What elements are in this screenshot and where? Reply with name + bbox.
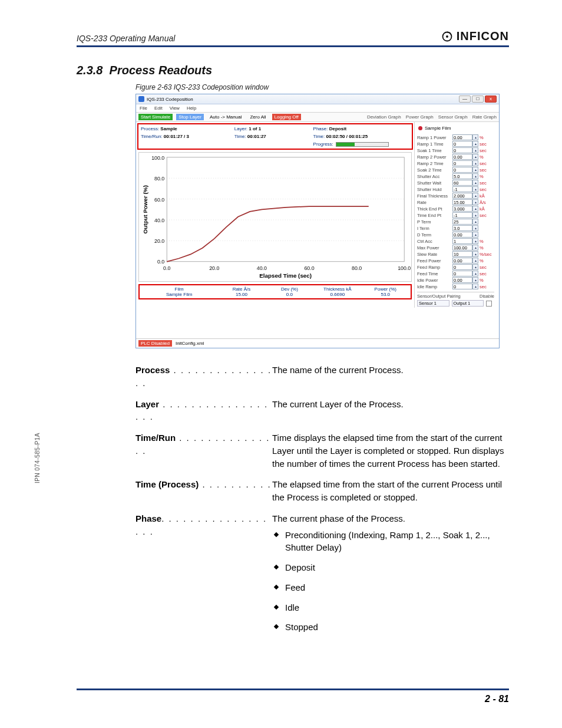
window-close-button[interactable]: x: [485, 95, 497, 103]
spinner-icon[interactable]: ▴: [472, 160, 478, 166]
spinner-icon[interactable]: ▴: [472, 167, 478, 173]
param-input[interactable]: [452, 193, 472, 199]
window-minimize-button[interactable]: —: [459, 95, 471, 103]
param-label: Ramp 1 Power: [417, 135, 452, 140]
process-info-panel: Process: Sample Layer: 1 of 1 Phase: Dep…: [137, 123, 413, 150]
label-process: Process:: [141, 126, 159, 131]
menu-help[interactable]: Help: [187, 106, 196, 111]
param-input[interactable]: [452, 199, 472, 205]
legend-label: Sample Film: [425, 126, 451, 131]
param-label: D Term: [417, 232, 452, 238]
param-input[interactable]: [452, 147, 472, 153]
pairing-output-cell[interactable]: Output 1: [452, 300, 484, 307]
film-value-film: Sample Film: [141, 292, 217, 297]
definitions-list: Process . . . . . . . . . . . . . . . . …: [135, 364, 509, 641]
menu-view[interactable]: View: [170, 106, 180, 111]
auto-manual-button[interactable]: Auto -> Manual: [207, 114, 244, 120]
film-header-film: Film: [141, 286, 217, 292]
spinner-icon[interactable]: ▴: [472, 245, 478, 251]
doc-title: IQS-233 Operating Manual: [77, 34, 175, 43]
spinner-icon[interactable]: ▴: [472, 219, 478, 225]
spinner-icon[interactable]: ▴: [472, 264, 478, 270]
film-readout-panel: Film Rate Å/s Dev (%) Thickness kÅ Power…: [138, 284, 412, 299]
pairing-sensor-cell[interactable]: Sensor 1: [417, 300, 449, 307]
param-unit: sec: [480, 187, 490, 192]
spinner-icon[interactable]: ▴: [472, 180, 478, 186]
stop-layer-button[interactable]: Stop Layer: [176, 114, 204, 120]
param-unit: %: [480, 154, 490, 160]
figure-caption: Figure 2-63 IQS-233 Codeposition window: [135, 83, 509, 91]
param-input[interactable]: [452, 251, 472, 257]
zero-all-button[interactable]: Zero All: [247, 114, 268, 120]
legend-swatch-icon: [418, 126, 422, 130]
param-input[interactable]: [452, 173, 472, 179]
spinner-icon[interactable]: ▴: [472, 173, 478, 179]
param-unit: sec: [480, 265, 490, 270]
param-input[interactable]: [452, 180, 472, 186]
logging-toggle-button[interactable]: Logging Off: [272, 114, 301, 120]
start-simulate-button[interactable]: Start Simulate: [138, 114, 173, 120]
section-number: 2.3.8: [77, 64, 103, 77]
param-input[interactable]: [452, 232, 472, 238]
param-input[interactable]: [452, 238, 472, 244]
label-timerun: Time/Run:: [141, 134, 163, 139]
param-input[interactable]: [452, 284, 472, 289]
spinner-icon[interactable]: ▴: [472, 154, 478, 160]
spinner-icon[interactable]: ▴: [472, 199, 478, 205]
spinner-icon[interactable]: ▴: [472, 251, 478, 257]
spinner-icon[interactable]: ▴: [472, 225, 478, 231]
definition-term: Time (Process): [135, 479, 199, 489]
param-input[interactable]: [452, 186, 472, 192]
film-header-power: Power (%): [362, 286, 409, 292]
tab-sensor-graph[interactable]: Sensor Graph: [438, 114, 468, 120]
brand-icon: [441, 31, 453, 42]
label-phase-time: Time:: [313, 134, 325, 139]
param-input[interactable]: [452, 212, 472, 218]
param-input[interactable]: [452, 206, 472, 212]
param-input[interactable]: [452, 154, 472, 160]
param-input[interactable]: [452, 160, 472, 166]
param-unit: %: [480, 239, 490, 244]
tab-deviation-graph[interactable]: Deviation Graph: [367, 114, 401, 120]
spinner-icon[interactable]: ▴: [472, 232, 478, 238]
menu-file[interactable]: File: [140, 106, 147, 111]
spinner-icon[interactable]: ▴: [472, 186, 478, 192]
spinner-icon[interactable]: ▴: [472, 271, 478, 276]
param-input[interactable]: [452, 277, 472, 283]
param-input[interactable]: [452, 245, 472, 251]
param-input[interactable]: [452, 271, 472, 276]
film-value-thickness: 0.6690: [313, 292, 361, 297]
spinner-icon[interactable]: ▴: [472, 193, 478, 199]
window-maximize-button[interactable]: □: [472, 95, 484, 103]
value-layer-time: 00:01:27: [247, 134, 266, 139]
spinner-icon[interactable]: ▴: [472, 147, 478, 153]
window-title: IQS-233 Codeposition: [147, 97, 193, 102]
spinner-icon[interactable]: ▴: [472, 284, 478, 289]
param-input[interactable]: [452, 167, 472, 173]
section-title: Process Readouts: [110, 64, 213, 77]
film-header-thickness: Thickness kÅ: [313, 286, 361, 292]
param-input[interactable]: [452, 225, 472, 231]
param-unit: %/sec: [480, 252, 490, 257]
param-input[interactable]: [452, 258, 472, 263]
spinner-icon[interactable]: ▴: [472, 212, 478, 218]
param-input[interactable]: [452, 134, 472, 140]
spinner-icon[interactable]: ▴: [472, 258, 478, 263]
param-input[interactable]: [452, 219, 472, 225]
value-phase: Deposit: [329, 126, 346, 131]
spinner-icon[interactable]: ▴: [472, 134, 478, 140]
film-value-rate: 15.00: [217, 292, 265, 297]
menu-edit[interactable]: Edit: [154, 106, 163, 111]
param-input[interactable]: [452, 264, 472, 270]
pairing-disable-checkbox[interactable]: [486, 301, 492, 307]
spinner-icon[interactable]: ▴: [472, 206, 478, 212]
spinner-icon[interactable]: ▴: [472, 238, 478, 244]
definition-term: Time/Run: [135, 433, 176, 443]
definition-desc: The current phase of the Process.: [272, 512, 509, 525]
tab-rate-graph[interactable]: Rate Graph: [472, 114, 497, 120]
param-unit: %: [480, 135, 490, 140]
spinner-icon[interactable]: ▴: [472, 141, 478, 147]
spinner-icon[interactable]: ▴: [472, 277, 478, 283]
tab-power-graph[interactable]: Power Graph: [406, 114, 434, 120]
param-input[interactable]: [452, 141, 472, 147]
